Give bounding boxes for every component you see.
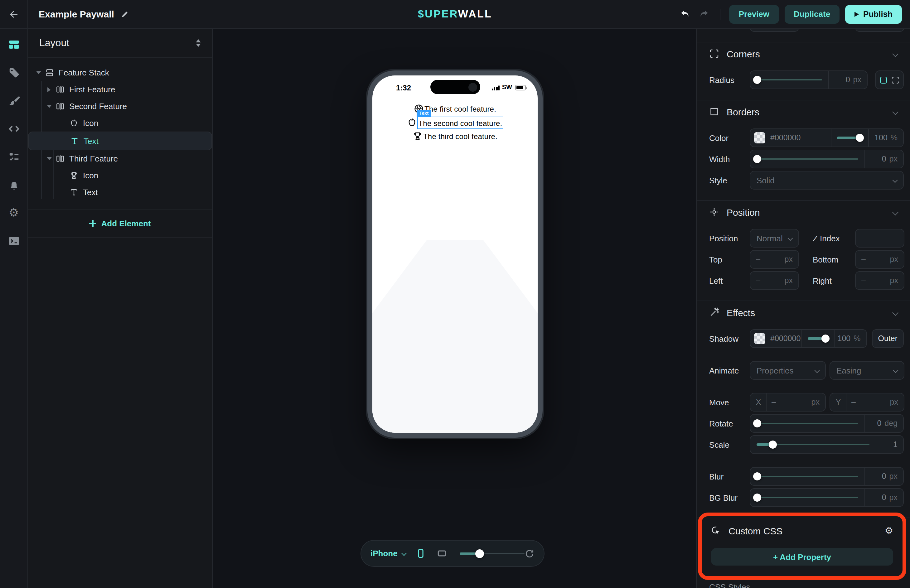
zoom-slider[interactable] xyxy=(460,549,525,558)
shadow-hex-field[interactable]: #000000 xyxy=(770,330,801,347)
layer-row-icon[interactable]: Icon xyxy=(28,115,212,132)
feature-row[interactable]: Text The second cool feature. xyxy=(407,117,504,128)
right-input[interactable]: –px xyxy=(855,271,904,290)
layer-row-third-feature[interactable]: Third Feature xyxy=(28,150,212,167)
partial-input[interactable] xyxy=(750,29,799,32)
feature-row[interactable]: The third cool feature. xyxy=(412,131,498,142)
borders-header[interactable]: Borders xyxy=(709,105,904,118)
collapse-icon[interactable] xyxy=(892,108,899,115)
position-mode-select[interactable]: Normal xyxy=(750,229,799,247)
zindex-input[interactable] xyxy=(855,229,904,247)
position-header[interactable]: Position xyxy=(709,206,904,218)
sidebar-item-checklist[interactable] xyxy=(8,150,20,163)
border-width-slider[interactable] xyxy=(750,150,865,168)
rotate-value[interactable]: 0deg xyxy=(865,415,903,432)
collapse-icon[interactable] xyxy=(892,309,899,315)
animate-properties-select[interactable]: Properties xyxy=(750,361,826,380)
device-select[interactable]: iPhone xyxy=(370,549,406,558)
expander[interactable] xyxy=(34,71,42,74)
border-width-value[interactable]: 0px xyxy=(865,150,903,168)
undo-button[interactable] xyxy=(678,7,692,21)
phone-screen[interactable]: 1:32 SW The first cool feature. Text The… xyxy=(372,76,538,433)
back-button[interactable] xyxy=(0,0,28,28)
css-settings-button[interactable]: ⚙ xyxy=(885,526,893,535)
sort-layers-button[interactable] xyxy=(196,39,201,47)
radius-slider-control[interactable]: 0px xyxy=(750,71,868,89)
shadow-mode-button[interactable]: Outer xyxy=(872,329,904,348)
slider-knob[interactable] xyxy=(475,549,484,558)
layer-row-feature-stack[interactable]: Feature Stack xyxy=(28,64,212,81)
slider-knob[interactable] xyxy=(753,155,761,163)
top-input[interactable]: –px xyxy=(750,250,799,269)
shadow-opacity-slider[interactable] xyxy=(801,330,834,347)
left-input[interactable]: –px xyxy=(750,271,799,290)
scale-slider[interactable] xyxy=(750,436,876,453)
blur-slider[interactable] xyxy=(750,468,865,485)
layer-row-icon[interactable]: Icon xyxy=(28,167,212,184)
partial-input[interactable] xyxy=(855,29,904,32)
expander[interactable] xyxy=(45,87,53,92)
redo-button[interactable] xyxy=(698,7,711,21)
sidebar-item-products[interactable] xyxy=(8,66,20,79)
sidebar-item-code[interactable] xyxy=(8,122,20,135)
color-hex-field[interactable]: #000000 xyxy=(770,129,831,147)
border-color-control[interactable]: #000000 100% xyxy=(750,128,904,147)
slider-knob[interactable] xyxy=(753,494,761,502)
sidebar-item-console[interactable] xyxy=(8,234,20,247)
border-opacity-value[interactable]: 100% xyxy=(868,129,903,147)
border-opacity-slider[interactable] xyxy=(831,129,868,147)
border-width-control[interactable]: 0px xyxy=(750,150,904,168)
bg-blur-control[interactable]: 0px xyxy=(750,488,904,507)
shadow-control[interactable]: #000000 100% xyxy=(750,329,866,348)
scale-value[interactable]: 1 xyxy=(876,436,903,453)
duplicate-button[interactable]: Duplicate xyxy=(784,5,839,23)
border-style-select[interactable]: Solid xyxy=(750,171,904,189)
color-swatch[interactable] xyxy=(754,333,765,344)
shadow-opacity-value[interactable]: 100% xyxy=(834,330,866,347)
publish-button[interactable]: Publish xyxy=(845,5,902,23)
add-property-button[interactable]: + Add Property xyxy=(711,548,893,565)
rotate-control[interactable]: 0deg xyxy=(750,414,904,433)
custom-css-header[interactable]: Custom CSS ⚙ xyxy=(711,524,893,537)
layer-row-first-feature[interactable]: First Feature xyxy=(28,81,212,98)
effects-header[interactable]: Effects xyxy=(709,306,904,319)
expander[interactable] xyxy=(45,157,53,160)
sidebar-item-settings[interactable]: ⚙ xyxy=(8,207,20,219)
radius-mode-toggle[interactable] xyxy=(875,71,904,89)
edit-title-button[interactable] xyxy=(121,10,129,18)
slider-knob[interactable] xyxy=(821,334,829,342)
bg-blur-value[interactable]: 0px xyxy=(865,489,903,506)
sidebar-item-layout[interactable] xyxy=(8,38,20,50)
scale-control[interactable]: 1 xyxy=(750,435,904,454)
slider-knob[interactable] xyxy=(753,76,761,84)
bg-blur-slider[interactable] xyxy=(750,489,865,506)
animate-easing-select[interactable]: Easing xyxy=(829,361,904,380)
radius-slider[interactable] xyxy=(750,71,828,89)
blur-value[interactable]: 0px xyxy=(865,468,903,485)
layer-row-second-feature[interactable]: Second Feature xyxy=(28,98,212,115)
layer-row-text[interactable]: Text xyxy=(28,184,212,201)
preview-button[interactable]: Preview xyxy=(729,5,779,23)
slider-knob[interactable] xyxy=(769,441,777,449)
layer-row-text-selected[interactable]: Text xyxy=(28,132,212,150)
selected-text-element[interactable]: Text The second cool feature. xyxy=(417,116,504,129)
rotate-slider[interactable] xyxy=(750,415,865,432)
phone-view-button[interactable] xyxy=(416,548,426,559)
slider-knob[interactable] xyxy=(753,472,761,480)
collapse-icon[interactable] xyxy=(892,50,899,57)
sidebar-item-notifications[interactable] xyxy=(8,178,20,191)
add-element-button[interactable]: Add Element xyxy=(28,209,212,237)
corners-header[interactable]: Corners xyxy=(709,47,904,60)
collapse-icon[interactable] xyxy=(892,209,899,215)
move-x-input[interactable]: X–px xyxy=(750,393,826,412)
refresh-button[interactable] xyxy=(525,548,535,558)
bottom-input[interactable]: –px xyxy=(855,250,904,269)
expander[interactable] xyxy=(45,105,53,108)
color-swatch[interactable] xyxy=(754,132,765,144)
desktop-view-button[interactable] xyxy=(436,549,448,558)
sidebar-item-styling[interactable] xyxy=(8,94,20,107)
blur-control[interactable]: 0px xyxy=(750,467,904,486)
radius-value[interactable]: 0px xyxy=(828,71,867,89)
move-y-input[interactable]: Y–px xyxy=(829,393,904,412)
slider-knob[interactable] xyxy=(856,134,864,142)
